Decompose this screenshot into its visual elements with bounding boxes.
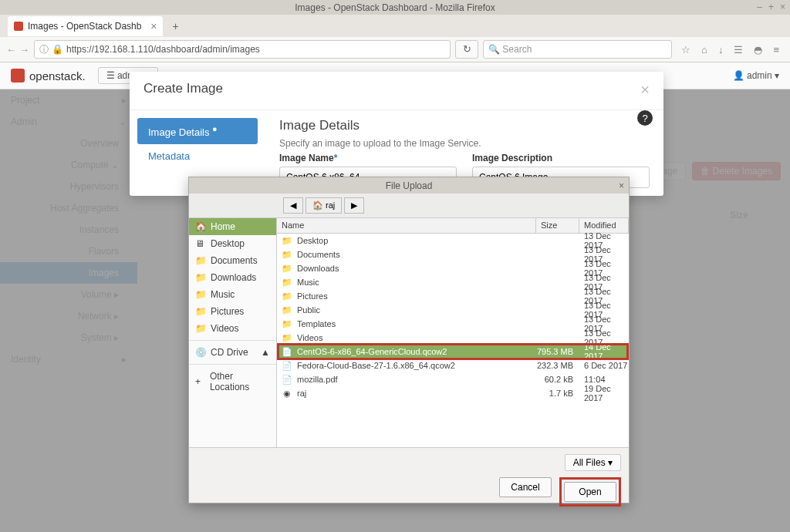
file-name: CentOS-6-x86_64-GenericCloud.qcow2 xyxy=(297,347,447,356)
place-cd-drive[interactable]: 💿CD Drive▲ xyxy=(189,344,276,361)
file-name: Templates xyxy=(297,319,336,328)
videos-icon: 📁 xyxy=(195,323,206,334)
disc-icon: 💿 xyxy=(195,347,206,358)
search-placeholder: Search xyxy=(502,44,532,55)
cancel-button[interactable]: Cancel xyxy=(499,477,552,497)
file-row[interactable]: 📄CentOS-6-x86_64-GenericCloud.qcow2795.3… xyxy=(277,345,629,359)
file-row[interactable]: 📄mozilla.pdf60.2 kB11:04 xyxy=(277,372,629,386)
tab-close-icon[interactable]: × xyxy=(150,20,157,32)
image-name-label: Image Name* xyxy=(279,153,337,163)
col-name[interactable]: Name xyxy=(277,218,536,233)
window-min-icon[interactable]: – xyxy=(757,2,762,12)
file-name: Downloads xyxy=(297,264,339,273)
open-button[interactable]: Open xyxy=(564,482,616,502)
file-size: 60.2 kB xyxy=(536,375,579,384)
file-type-icon: 📁 xyxy=(282,250,292,260)
file-row[interactable]: 📁Downloads13 Dec 2017 xyxy=(277,261,629,275)
file-modified: 6 Dec 2017 xyxy=(579,361,629,370)
documents-icon: 📁 xyxy=(195,255,206,266)
place-pictures[interactable]: 📁Pictures xyxy=(189,303,276,320)
place-downloads[interactable]: 📁Downloads xyxy=(189,269,276,286)
home-icon[interactable]: ⌂ xyxy=(701,44,707,56)
places-panel: 🏠Home 🖥Desktop 📁Documents 📁Downloads 📁Mu… xyxy=(189,218,277,447)
file-name: Public xyxy=(297,305,320,315)
new-tab-button[interactable]: + xyxy=(163,20,187,32)
window-title: Images - OpenStack Dashboard - Mozilla F… xyxy=(295,2,495,13)
dialog-close-icon[interactable]: × xyxy=(619,180,624,191)
tab-title: Images - OpenStack Dashb xyxy=(28,21,141,32)
file-filter[interactable]: All Files ▾ xyxy=(565,454,621,471)
file-size: 232.3 MB xyxy=(536,361,579,370)
file-row[interactable]: 📁Templates13 Dec 2017 xyxy=(277,317,629,331)
path-back-button[interactable]: ◀ xyxy=(283,197,303,214)
path-forward-button[interactable]: ▶ xyxy=(344,197,364,214)
modal-title: Create Image xyxy=(143,81,223,99)
file-row[interactable]: 📁Music13 Dec 2017 xyxy=(277,275,629,289)
file-row[interactable]: 📁Desktop13 Dec 2017 xyxy=(277,234,629,247)
place-home[interactable]: 🏠Home xyxy=(189,218,276,235)
file-modified: 14 Dec 2017 xyxy=(579,342,629,361)
file-type-icon: 📄 xyxy=(282,375,292,385)
help-icon[interactable]: ? xyxy=(637,110,653,126)
search-icon: 🔍 xyxy=(488,44,500,55)
url-bar: ← → ⓘ 🔒 https://192.168.1.110/dashboard/… xyxy=(0,37,790,62)
file-name: Videos xyxy=(297,333,322,342)
url-input[interactable]: ⓘ 🔒 https://192.168.1.110/dashboard/admi… xyxy=(34,40,451,59)
path-segment[interactable]: 🏠 raj xyxy=(306,197,342,214)
lock-icon: 🔒 xyxy=(52,44,63,55)
col-size[interactable]: Size xyxy=(536,218,579,233)
place-videos[interactable]: 📁Videos xyxy=(189,320,276,337)
file-name: Fedora-Cloud-Base-27-1.6.x86_64.qcow2 xyxy=(297,361,455,370)
pocket-icon[interactable]: ◓ xyxy=(754,44,762,56)
window-close-icon[interactable]: × xyxy=(780,2,785,12)
browser-tab-bar: Images - OpenStack Dashb × + xyxy=(0,15,790,37)
image-desc-label: Image Description xyxy=(472,153,552,163)
file-type-icon: 📁 xyxy=(282,291,292,301)
place-music[interactable]: 📁Music xyxy=(189,286,276,303)
refresh-button[interactable]: ↻ xyxy=(455,40,478,59)
user-menu[interactable]: 👤 admin ▾ xyxy=(733,70,779,81)
forward-icon[interactable]: → xyxy=(19,44,29,56)
file-size: 1.7 kB xyxy=(536,389,579,398)
library-icon[interactable]: ☰ xyxy=(734,44,743,56)
file-row[interactable]: 📁Pictures13 Dec 2017 xyxy=(277,289,629,303)
openstack-logo: openstack. xyxy=(11,69,86,82)
file-size: 795.3 MB xyxy=(536,347,579,356)
modal-close-icon[interactable]: × xyxy=(640,81,650,99)
file-type-icon: 📁 xyxy=(282,305,292,315)
file-modified: 19 Dec 2017 xyxy=(579,384,629,402)
section-heading: Image Details xyxy=(279,118,650,133)
file-name: raj xyxy=(297,389,306,398)
file-row[interactable]: 📄Fedora-Cloud-Base-27-1.6.x86_64.qcow223… xyxy=(277,359,629,372)
music-icon: 📁 xyxy=(195,289,206,300)
file-name: mozilla.pdf xyxy=(297,375,338,384)
menu-icon[interactable]: ≡ xyxy=(773,44,779,56)
url-text: https://192.168.1.110/dashboard/admin/im… xyxy=(66,44,260,55)
info-icon: ⓘ xyxy=(39,43,49,56)
tab-image-details[interactable]: Image Details ● xyxy=(137,118,258,144)
file-type-icon: 📄 xyxy=(282,361,292,371)
back-icon[interactable]: ← xyxy=(6,44,16,56)
file-type-icon: ◉ xyxy=(282,389,292,399)
dialog-title: File Upload xyxy=(386,180,433,191)
place-desktop[interactable]: 🖥Desktop xyxy=(189,235,276,252)
home-folder-icon: 🏠 xyxy=(195,221,206,232)
file-row[interactable]: ◉raj1.7 kB19 Dec 2017 xyxy=(277,386,629,400)
file-name: Music xyxy=(297,278,319,287)
place-documents[interactable]: 📁Documents xyxy=(189,252,276,269)
file-row[interactable]: 📁Videos13 Dec 2017 xyxy=(277,331,629,345)
download-icon[interactable]: ↓ xyxy=(718,44,724,56)
file-name: Pictures xyxy=(297,291,328,301)
place-other[interactable]: +Other Locations xyxy=(189,368,276,396)
file-type-icon: 📁 xyxy=(282,333,292,343)
window-max-icon[interactable]: + xyxy=(768,2,774,12)
file-type-icon: 📁 xyxy=(282,264,292,274)
file-row[interactable]: 📁Public13 Dec 2017 xyxy=(277,303,629,317)
file-row[interactable]: 📁Documents13 Dec 2017 xyxy=(277,247,629,261)
bookmark-icon[interactable]: ☆ xyxy=(681,44,690,56)
tab-metadata[interactable]: Metadata xyxy=(137,144,258,168)
browser-tab[interactable]: Images - OpenStack Dashb × xyxy=(8,16,163,36)
pictures-icon: 📁 xyxy=(195,306,206,317)
search-box[interactable]: 🔍 Search xyxy=(483,40,672,59)
logo-icon xyxy=(11,69,25,82)
